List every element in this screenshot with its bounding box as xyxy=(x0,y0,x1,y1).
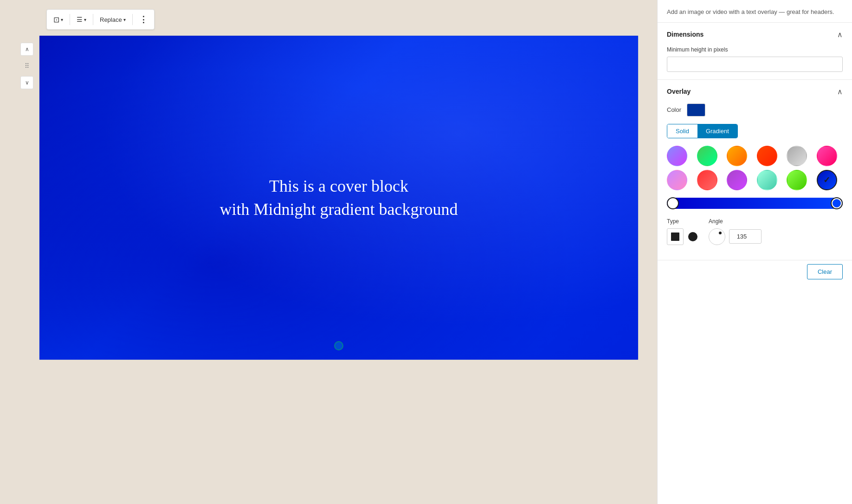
overlay-tab-group: Solid Gradient xyxy=(667,124,738,138)
gradient-swatch-4[interactable] xyxy=(757,146,777,166)
toolbar-separator-2 xyxy=(93,14,93,25)
image-type-button[interactable]: ⊡ ▾ xyxy=(50,13,67,27)
gradient-handle-right[interactable] xyxy=(832,198,842,208)
tab-gradient[interactable]: Gradient xyxy=(697,124,737,138)
min-height-input[interactable] xyxy=(667,57,843,72)
cover-text-line2: with Midnight gradient background xyxy=(220,198,458,221)
chevron-down-icon: ∨ xyxy=(25,79,29,86)
gradient-swatch-7[interactable] xyxy=(667,170,687,190)
focal-point-handle[interactable] xyxy=(334,341,343,350)
cover-text-line1: This is a cover block xyxy=(220,174,458,198)
type-radial-button[interactable] xyxy=(688,232,697,241)
chevron-up-icon: ∧ xyxy=(25,46,29,52)
tab-solid[interactable]: Solid xyxy=(667,124,697,138)
move-down-button[interactable]: ∨ xyxy=(20,76,33,89)
gradient-swatches xyxy=(667,146,843,190)
alignment-dropdown-arrow: ▾ xyxy=(84,17,86,22)
type-angle-row: Type Angle xyxy=(667,218,843,245)
dimensions-title: Dimensions xyxy=(667,31,704,38)
overlay-title: Overlay xyxy=(667,88,691,95)
gradient-swatch-1[interactable] xyxy=(667,146,687,166)
move-up-button[interactable]: ∧ xyxy=(20,43,33,56)
replace-button[interactable]: Replace ▾ xyxy=(96,13,129,26)
block-controls-left: ∧ ⠿ ∨ xyxy=(19,39,35,93)
replace-dropdown-arrow: ▾ xyxy=(123,17,126,22)
drag-icon: ⠿ xyxy=(25,62,29,70)
gradient-swatch-5[interactable] xyxy=(787,146,807,166)
cover-block-wrapper: ∧ ⠿ ∨ This is a cover block with Midnigh… xyxy=(19,35,639,360)
type-linear-button[interactable] xyxy=(667,228,684,245)
angle-col: Angle xyxy=(709,218,762,245)
linear-icon xyxy=(671,233,679,241)
gradient-swatch-11[interactable] xyxy=(787,170,807,190)
image-icon: ⊡ xyxy=(53,15,59,24)
color-row: Color xyxy=(667,103,843,116)
replace-label: Replace xyxy=(100,16,122,23)
angle-dial-indicator xyxy=(719,232,722,234)
gradient-swatch-2[interactable] xyxy=(697,146,717,166)
angle-control xyxy=(709,228,762,245)
dimensions-section: Dimensions ∧ Minimum height in pixels xyxy=(658,23,852,80)
more-options-icon: ⋮ xyxy=(139,14,148,25)
toolbar-separator-1 xyxy=(70,14,70,25)
gradient-slider-container xyxy=(667,198,843,209)
sidebar-description: Add an image or video with a text overla… xyxy=(658,0,852,23)
type-col: Type xyxy=(667,218,697,245)
gradient-swatch-9[interactable] xyxy=(727,170,747,190)
cover-block[interactable]: This is a cover block with Midnight grad… xyxy=(39,35,639,360)
alignment-icon: ☰ xyxy=(77,16,83,23)
clear-button[interactable]: Clear xyxy=(807,264,843,279)
type-label: Type xyxy=(667,218,697,225)
angle-dial[interactable] xyxy=(709,228,725,245)
drag-handle-button[interactable]: ⠿ xyxy=(20,59,33,72)
type-options xyxy=(667,228,697,245)
color-swatch-button[interactable] xyxy=(687,103,705,116)
overlay-section-content: Color Solid Gradient xyxy=(658,103,852,260)
angle-input[interactable] xyxy=(729,229,762,244)
gradient-swatch-12[interactable] xyxy=(817,170,837,190)
image-dropdown-arrow: ▾ xyxy=(61,17,63,22)
overlay-section: Overlay ∧ Color Solid Gradient xyxy=(658,80,852,260)
color-label: Color xyxy=(667,106,681,113)
overlay-section-header[interactable]: Overlay ∧ xyxy=(658,80,852,103)
cover-text[interactable]: This is a cover block with Midnight grad… xyxy=(211,165,467,231)
gradient-handle-left[interactable] xyxy=(668,198,678,208)
min-height-label: Minimum height in pixels xyxy=(667,46,843,53)
alignment-button[interactable]: ☰ ▾ xyxy=(73,13,90,26)
gradient-slider-track[interactable] xyxy=(667,198,843,209)
overlay-chevron-icon: ∧ xyxy=(837,87,843,96)
editor-area: ⊡ ▾ ☰ ▾ Replace ▾ ⋮ ∧ ⠿ ∨ xyxy=(0,0,657,504)
gradient-swatch-10[interactable] xyxy=(757,170,777,190)
dimensions-section-header[interactable]: Dimensions ∧ xyxy=(658,23,852,46)
dimensions-chevron-icon: ∧ xyxy=(837,30,843,39)
gradient-swatch-6[interactable] xyxy=(817,146,837,166)
toolbar-separator-3 xyxy=(132,14,133,25)
gradient-swatch-3[interactable] xyxy=(727,146,747,166)
clear-btn-container: Clear xyxy=(658,260,852,279)
block-toolbar: ⊡ ▾ ☰ ▾ Replace ▾ ⋮ xyxy=(46,9,155,30)
sidebar: Add an image or video with a text overla… xyxy=(657,0,852,504)
angle-label: Angle xyxy=(709,218,762,225)
more-options-button[interactable]: ⋮ xyxy=(136,12,151,27)
dimensions-section-content: Minimum height in pixels xyxy=(658,46,852,79)
gradient-swatch-8[interactable] xyxy=(697,170,717,190)
